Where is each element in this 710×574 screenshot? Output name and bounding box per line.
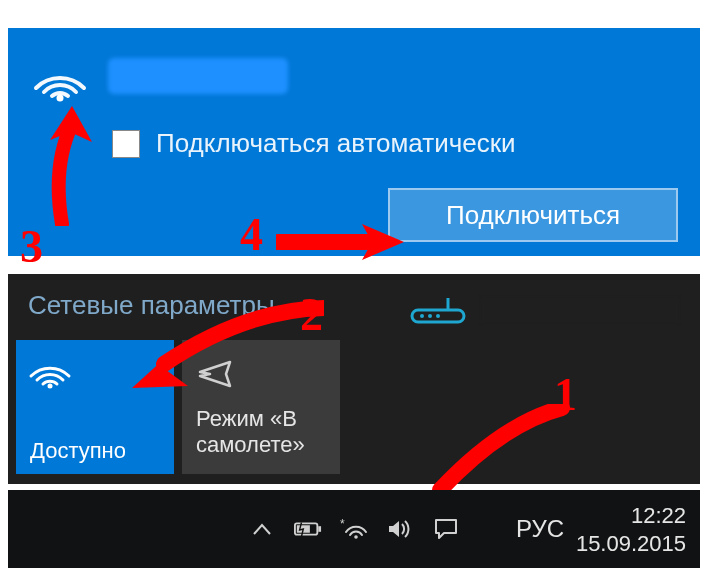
connected-network-name-redacted bbox=[480, 296, 680, 324]
system-tray: * bbox=[248, 490, 460, 568]
network-tray-icon[interactable]: * bbox=[340, 515, 368, 543]
volume-icon[interactable] bbox=[386, 515, 414, 543]
svg-point-6 bbox=[428, 314, 432, 318]
svg-rect-12 bbox=[318, 526, 321, 532]
svg-point-8 bbox=[48, 384, 53, 389]
network-name-redacted bbox=[108, 58, 288, 94]
annotation-marker-3: 3 bbox=[20, 220, 43, 273]
battery-icon[interactable] bbox=[294, 515, 322, 543]
action-center-icon[interactable] bbox=[432, 515, 460, 543]
language-indicator[interactable]: РУС bbox=[516, 515, 564, 543]
taskbar-clock[interactable]: 12:22 15.09.2015 bbox=[576, 502, 686, 557]
router-icon bbox=[408, 296, 468, 330]
svg-text:*: * bbox=[340, 518, 345, 531]
annotation-arrow-4 bbox=[276, 220, 406, 268]
svg-point-7 bbox=[436, 314, 440, 318]
svg-point-0 bbox=[57, 95, 64, 102]
wifi-icon bbox=[28, 354, 72, 394]
annotation-arrow-2 bbox=[124, 300, 324, 404]
airplane-tile-label: Режим «В самолете» bbox=[196, 406, 330, 459]
wifi-icon bbox=[32, 58, 88, 106]
annotation-arrow-3 bbox=[42, 106, 102, 230]
connect-button[interactable]: Подключиться bbox=[388, 188, 678, 242]
svg-point-15 bbox=[354, 535, 358, 539]
auto-connect-checkbox[interactable] bbox=[112, 130, 140, 158]
annotation-marker-4: 4 bbox=[240, 208, 263, 261]
connect-button-label: Подключиться bbox=[446, 200, 620, 231]
auto-connect-row: Подключаться автоматически bbox=[112, 128, 516, 159]
network-item-expanded[interactable]: Подключаться автоматически Подключиться … bbox=[8, 28, 700, 256]
clock-time: 12:22 bbox=[576, 502, 686, 530]
auto-connect-label: Подключаться автоматически bbox=[156, 128, 516, 159]
tray-overflow-icon[interactable] bbox=[248, 515, 276, 543]
svg-point-5 bbox=[420, 314, 424, 318]
taskbar: * РУС 12:22 15.09.2015 bbox=[8, 490, 700, 568]
clock-date: 15.09.2015 bbox=[576, 529, 686, 557]
wifi-tile-label: Доступно bbox=[30, 438, 126, 464]
